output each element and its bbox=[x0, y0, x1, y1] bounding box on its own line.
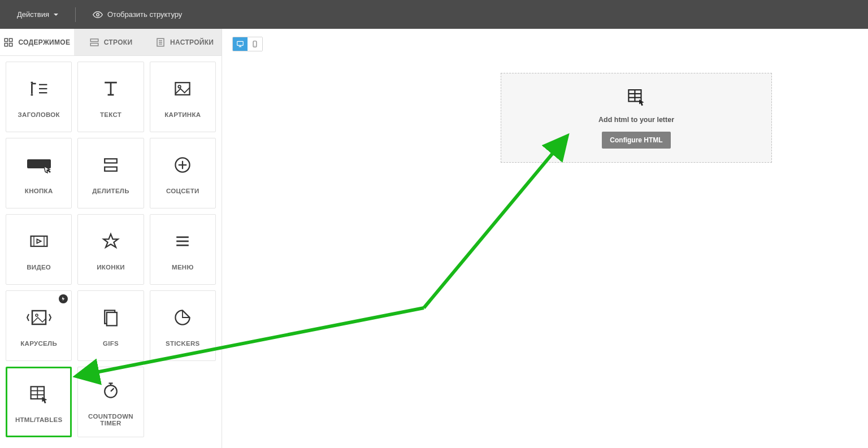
block-label: GIFS bbox=[103, 340, 119, 347]
svg-marker-27 bbox=[103, 234, 118, 247]
svg-rect-5 bbox=[90, 39, 98, 42]
svg-rect-3 bbox=[5, 43, 8, 46]
block-label: HTML/TABLES bbox=[15, 416, 63, 423]
gifs-icon bbox=[101, 305, 121, 330]
block-text[interactable]: ТЕКСТ bbox=[77, 62, 144, 132]
html-dropzone[interactable]: Add html to your letter Configure HTML bbox=[501, 73, 772, 163]
tab-content-label: СОДЕРЖИМОЕ bbox=[18, 38, 70, 46]
heading-icon bbox=[29, 76, 49, 101]
menu-icon bbox=[172, 229, 193, 254]
grid-icon bbox=[3, 37, 14, 47]
chevron-down-icon bbox=[54, 14, 58, 16]
main-layout: СОДЕРЖИМОЕ СТРОКИ НАСТРОЙКИ ЗАГОЛОВ bbox=[0, 29, 868, 448]
blocks-grid: ЗАГОЛОВОК ТЕКСТ КАРТИНКА КНОПКА bbox=[0, 56, 222, 443]
block-menu[interactable]: МЕНЮ bbox=[150, 214, 216, 285]
svg-rect-32 bbox=[32, 311, 46, 324]
countdown-icon bbox=[101, 378, 121, 403]
svg-rect-18 bbox=[105, 159, 117, 163]
block-label: ТЕКСТ bbox=[100, 111, 121, 118]
block-label: ИКОНКИ bbox=[97, 264, 125, 271]
rows-icon bbox=[89, 37, 99, 47]
svg-rect-23 bbox=[31, 236, 47, 246]
tab-content[interactable]: СОДЕРЖИМОЕ bbox=[0, 29, 74, 55]
svg-rect-1 bbox=[5, 38, 8, 41]
svg-rect-6 bbox=[90, 43, 98, 46]
block-video[interactable]: ВИДЕО bbox=[6, 214, 72, 285]
svg-marker-26 bbox=[37, 239, 41, 243]
html-block-icon bbox=[627, 87, 646, 108]
svg-rect-19 bbox=[105, 167, 117, 171]
text-icon bbox=[101, 76, 121, 101]
svg-point-15 bbox=[179, 85, 181, 88]
device-desktop-button[interactable] bbox=[233, 37, 248, 51]
show-structure-button[interactable]: Отобразить структуру bbox=[87, 6, 188, 23]
device-toggle bbox=[232, 37, 263, 51]
svg-point-33 bbox=[36, 314, 38, 316]
svg-rect-44 bbox=[237, 41, 244, 45]
svg-point-0 bbox=[97, 13, 99, 16]
dropzone-text: Add html to your letter bbox=[598, 116, 674, 124]
block-label: СОЦСЕТИ bbox=[166, 188, 199, 194]
block-label: КНОПКА bbox=[25, 188, 53, 194]
block-html-tables[interactable]: HTML/TABLES bbox=[6, 367, 72, 437]
configure-html-button[interactable]: Configure HTML bbox=[602, 132, 670, 149]
block-label: ВИДЕО bbox=[27, 264, 51, 271]
sidebar-tabs: СОДЕРЖИМОЕ СТРОКИ НАСТРОЙКИ bbox=[0, 29, 222, 56]
block-label: STICKERS bbox=[166, 340, 200, 347]
block-carousel[interactable]: КАРУСЕЛЬ bbox=[6, 290, 72, 361]
tab-rows-label: СТРОКИ bbox=[104, 38, 133, 46]
settings-icon bbox=[155, 37, 166, 47]
topbar-separator bbox=[75, 7, 76, 22]
block-label: КАРУСЕЛЬ bbox=[20, 340, 57, 347]
button-icon bbox=[25, 153, 53, 177]
block-image[interactable]: КАРТИНКА bbox=[150, 62, 216, 132]
tab-settings-label: НАСТРОЙКИ bbox=[170, 38, 214, 46]
block-countdown-timer[interactable]: COUNTDOWN TIMER bbox=[77, 367, 144, 437]
block-label: МЕНЮ bbox=[172, 264, 194, 271]
svg-rect-16 bbox=[27, 159, 51, 168]
topbar: Действия Отобразить структуру bbox=[0, 0, 868, 29]
stickers-icon bbox=[172, 305, 193, 330]
eye-icon bbox=[93, 10, 103, 20]
amp-badge bbox=[59, 294, 68, 303]
block-icons[interactable]: ИКОНКИ bbox=[77, 214, 144, 285]
tab-rows[interactable]: СТРОКИ bbox=[74, 29, 148, 55]
block-divider[interactable]: ДЕЛИТЕЛЬ bbox=[77, 138, 144, 208]
actions-dropdown[interactable]: Действия bbox=[11, 7, 64, 22]
svg-rect-2 bbox=[10, 38, 12, 41]
show-structure-label: Отобразить структуру bbox=[107, 10, 182, 19]
block-stickers[interactable]: STICKERS bbox=[150, 290, 216, 361]
device-mobile-button[interactable] bbox=[248, 37, 262, 51]
svg-line-43 bbox=[111, 388, 114, 391]
html-tables-icon bbox=[29, 381, 49, 406]
block-label: КАРТИНКА bbox=[164, 111, 201, 118]
svg-marker-31 bbox=[62, 297, 65, 301]
svg-rect-14 bbox=[176, 82, 190, 95]
block-label: ЗАГОЛОВОК bbox=[18, 111, 60, 118]
desktop-icon bbox=[236, 40, 244, 48]
block-heading[interactable]: ЗАГОЛОВОК bbox=[6, 62, 72, 132]
social-icon bbox=[172, 153, 193, 177]
star-icon bbox=[101, 229, 121, 254]
block-button[interactable]: КНОПКА bbox=[6, 138, 72, 208]
svg-rect-4 bbox=[10, 43, 12, 46]
mobile-icon bbox=[251, 40, 259, 48]
block-gifs[interactable]: GIFS bbox=[77, 290, 144, 361]
image-icon bbox=[172, 76, 193, 101]
block-label: COUNTDOWN TIMER bbox=[80, 413, 141, 427]
divider-icon bbox=[101, 153, 121, 177]
content-area: Add html to your letter Configure HTML bbox=[222, 29, 868, 448]
video-icon bbox=[29, 229, 49, 254]
sidebar: СОДЕРЖИМОЕ СТРОКИ НАСТРОЙКИ ЗАГОЛОВ bbox=[0, 29, 222, 448]
carousel-icon bbox=[27, 305, 51, 330]
svg-rect-35 bbox=[107, 312, 117, 325]
block-label: ДЕЛИТЕЛЬ bbox=[92, 188, 129, 194]
tab-settings[interactable]: НАСТРОЙКИ bbox=[147, 29, 222, 55]
actions-label: Действия bbox=[17, 10, 49, 19]
block-social[interactable]: СОЦСЕТИ bbox=[150, 138, 216, 208]
